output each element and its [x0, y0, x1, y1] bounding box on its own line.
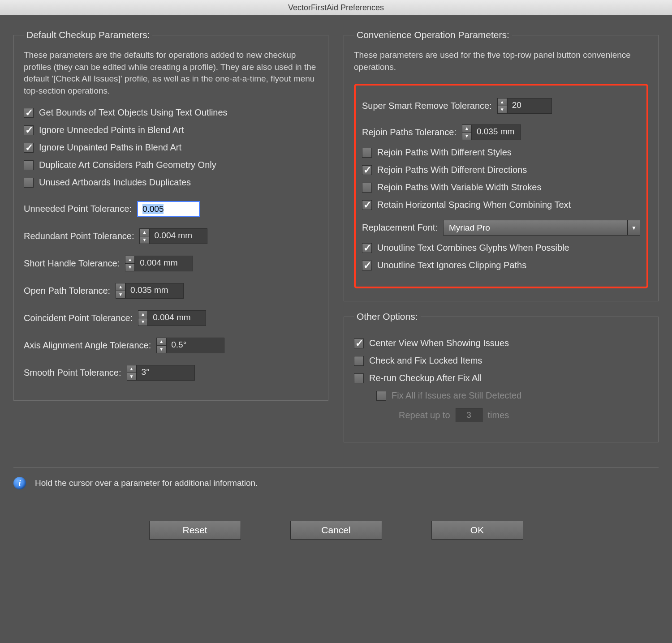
window-title: VectorFirstAid Preferences	[0, 0, 672, 15]
checkbox-unoutline-glyphs[interactable]	[362, 243, 372, 253]
button-row: Reset Cancel OK	[0, 498, 672, 553]
step-up-icon[interactable]: ▲	[462, 124, 472, 132]
checkbox-rejoin-dirs[interactable]	[362, 165, 372, 175]
stepper-smooth[interactable]: ▲▼ 3°	[127, 365, 195, 381]
input-open-path-tol[interactable]: 0.035 mm	[125, 283, 184, 299]
info-icon: i	[13, 477, 26, 489]
input-unneeded-tol[interactable]	[137, 201, 200, 217]
label-ssr-tol: Super Smart Remove Tolerance:	[362, 101, 492, 111]
stepper-axis[interactable]: ▲▼ 0.5°	[156, 338, 224, 353]
label-dup-geom: Duplicate Art Considers Path Geometry On…	[39, 160, 216, 170]
step-down-icon[interactable]: ▼	[127, 373, 137, 381]
checkbox-bounds[interactable]	[24, 108, 34, 118]
input-rejoin-tol[interactable]: 0.035 mm	[472, 124, 521, 140]
convenience-group: Convenience Operation Parameters: These …	[344, 30, 659, 301]
checkbox-retain-spacing[interactable]	[362, 200, 372, 210]
label-short-handle-tol: Short Handle Tolerance:	[24, 258, 120, 269]
label-axis-tol: Axis Alignment Angle Tolerance:	[24, 340, 151, 351]
step-up-icon[interactable]: ▲	[116, 283, 125, 291]
step-up-icon[interactable]: ▲	[156, 338, 166, 345]
checkbox-rerun[interactable]	[354, 373, 364, 383]
label-center-view: Center View When Showing Issues	[369, 338, 509, 348]
checkbox-ignore-points[interactable]	[24, 125, 34, 135]
stepper-rejoin-tol[interactable]: ▲▼ 0.035 mm	[462, 124, 521, 140]
label-redundant-tol: Redundant Point Tolerance:	[24, 231, 134, 241]
step-down-icon[interactable]: ▼	[462, 132, 472, 140]
input-smooth-tol[interactable]: 3°	[137, 365, 195, 381]
stepper-ssr[interactable]: ▲▼ 20	[497, 98, 552, 114]
chevron-down-icon[interactable]: ▼	[628, 220, 640, 236]
cancel-button[interactable]: Cancel	[290, 521, 382, 540]
label-rejoin-dirs: Rejoin Paths With Different Directions	[377, 165, 527, 175]
step-down-icon[interactable]: ▼	[156, 345, 166, 353]
dialog-content: Default Checkup Parameters: These parame…	[0, 15, 672, 461]
input-axis-tol[interactable]: 0.5°	[166, 338, 224, 353]
label-unoutline-glyphs: Unoutline Text Combines Glyphs When Poss…	[377, 243, 569, 253]
checkbox-center-view[interactable]	[354, 339, 364, 348]
input-ssr-tol[interactable]: 20	[507, 98, 552, 114]
step-up-icon[interactable]: ▲	[497, 98, 507, 106]
step-down-icon[interactable]: ▼	[125, 263, 135, 271]
checkbox-rejoin-styles[interactable]	[362, 148, 372, 158]
label-coincident-tol: Coincident Point Tolerance:	[24, 313, 133, 323]
step-down-icon[interactable]: ▼	[497, 106, 507, 114]
other-options-group: Other Options: Center View When Showing …	[344, 311, 659, 442]
label-unneeded-tol: Unneeded Point Tolerance:	[24, 204, 132, 214]
label-ignore-points: Ignore Unneeded Points in Blend Art	[39, 125, 184, 135]
stepper-redundant[interactable]: ▲▼ 0.004 mm	[139, 228, 207, 244]
checkbox-unused-ab[interactable]	[24, 178, 34, 188]
label-rejoin-tol: Rejoin Paths Tolerance:	[362, 127, 457, 137]
default-checkup-desc: These parameters are the defaults for op…	[24, 49, 318, 97]
checkbox-fixall-detected	[376, 391, 386, 401]
stepper-coincident[interactable]: ▲▼ 0.004 mm	[138, 310, 206, 326]
step-up-icon[interactable]: ▲	[127, 365, 137, 373]
checkbox-rejoin-vw[interactable]	[362, 183, 372, 193]
info-text: Hold the cursor over a parameter for add…	[35, 478, 258, 488]
ok-button[interactable]: OK	[431, 521, 523, 540]
step-down-icon[interactable]: ▼	[116, 291, 125, 299]
other-options-legend: Other Options:	[354, 311, 421, 322]
info-row: i Hold the cursor over a parameter for a…	[0, 468, 672, 498]
step-up-icon[interactable]: ▲	[125, 256, 135, 263]
label-locked: Check and Fix Locked Items	[369, 356, 482, 366]
step-up-icon[interactable]: ▲	[138, 310, 148, 318]
label-fixall-detected: Fix All if Issues are Still Detected	[392, 390, 521, 401]
label-repeat-post: times	[488, 410, 509, 420]
convenience-desc: These parameters are used for the five t…	[354, 49, 648, 73]
label-retain-spacing: Retain Horizontal Spacing When Combining…	[377, 200, 571, 210]
checkbox-ignore-unpainted[interactable]	[24, 143, 34, 153]
step-up-icon[interactable]: ▲	[139, 228, 149, 236]
stepper-open-path[interactable]: ▲▼ 0.035 mm	[116, 283, 184, 299]
label-smooth-tol: Smooth Point Tolerance:	[24, 368, 121, 378]
label-rejoin-vw: Rejoin Paths With Variable Width Strokes	[377, 182, 541, 193]
checkbox-locked[interactable]	[354, 356, 364, 366]
dropdown-value: Myriad Pro	[443, 220, 628, 236]
label-replacement-font: Replacement Font:	[362, 223, 438, 233]
input-redundant-tol[interactable]: 0.004 mm	[149, 228, 207, 244]
label-unused-ab: Unused Artboards Includes Duplicates	[39, 177, 191, 188]
input-short-handle-tol[interactable]: 0.004 mm	[135, 256, 193, 271]
label-rejoin-styles: Rejoin Paths With Different Styles	[377, 147, 512, 158]
convenience-legend: Convenience Operation Parameters:	[354, 30, 512, 40]
input-coincident-tol[interactable]: 0.004 mm	[148, 310, 206, 326]
checkbox-dup-geom[interactable]	[24, 160, 34, 170]
default-checkup-legend: Default Checkup Parameters:	[24, 30, 152, 40]
checkbox-unoutline-clip[interactable]	[362, 261, 372, 270]
step-down-icon[interactable]: ▼	[138, 318, 148, 326]
label-ignore-unpainted: Ignore Unpainted Paths in Blend Art	[39, 142, 181, 153]
step-down-icon[interactable]: ▼	[139, 236, 149, 244]
highlight-box: Super Smart Remove Tolerance: ▲▼ 20 Rejo…	[354, 84, 648, 288]
label-bounds: Get Bounds of Text Objects Using Text Ou…	[39, 107, 228, 118]
label-rerun: Re-run Checkup After Fix All	[369, 373, 482, 383]
input-repeat-times	[456, 408, 482, 422]
dropdown-replacement-font[interactable]: Myriad Pro ▼	[443, 220, 640, 236]
label-open-path-tol: Open Path Tolerance:	[24, 286, 110, 296]
label-repeat-pre: Repeat up to	[399, 410, 450, 420]
label-unoutline-clip: Unoutline Text Ignores Clipping Paths	[377, 260, 526, 270]
stepper-short-handle[interactable]: ▲▼ 0.004 mm	[125, 256, 193, 271]
default-checkup-group: Default Checkup Parameters: These parame…	[13, 30, 328, 401]
reset-button[interactable]: Reset	[149, 521, 241, 540]
